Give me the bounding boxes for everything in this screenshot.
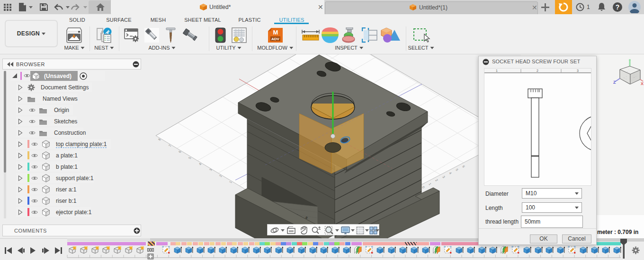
svg-text:M: M [273,29,278,36]
svg-text:3: 3 [577,69,579,72]
svg-text:1: 1 [496,69,498,72]
svg-text:?: ? [616,3,620,11]
svg-text:2: 2 [537,69,538,72]
svg-text:X: X [641,81,644,86]
svg-text:ADV: ADV [271,37,280,41]
svg-text:Z: Z [613,80,616,85]
